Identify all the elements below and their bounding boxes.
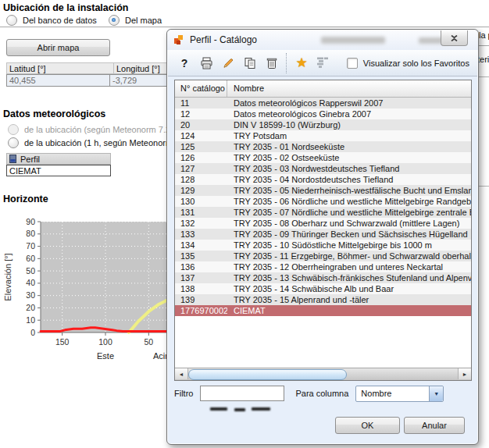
table-row[interactable]: 131TRY 2035 - 07 Nördliche und westliche…: [175, 207, 471, 218]
blurred-text: [321, 37, 385, 44]
list-view-button[interactable]: [314, 54, 334, 73]
profile-catalog-dialog: Perfil - Catálogo ? ★: [166, 29, 479, 445]
profile-header-bar: Perfil: [6, 153, 111, 165]
catalog-table: N° catálogo Nombre 11Datos meteorológico…: [174, 80, 472, 381]
cell-catalog-number: 1776970002: [175, 305, 227, 316]
favorites-filter[interactable]: Visualizar solo los Favoritos: [347, 58, 469, 69]
cell-name: TRY 2035 - 06 Nördliche und westliche Mi…: [227, 196, 471, 207]
column-header-name[interactable]: Nombre: [227, 80, 471, 97]
meteo-heading: Datos meteorológicos: [3, 108, 105, 119]
cell-catalog-number: 135: [175, 251, 227, 261]
table-row[interactable]: 129TRY 2035 - 05 Niederrheinisch-westfäl…: [175, 185, 471, 196]
radio-icon[interactable]: [109, 15, 120, 26]
table-row[interactable]: 130TRY 2035 - 06 Nördliche und westliche…: [175, 196, 471, 207]
cell-name: TRY 2035 - 01 Nordseeküste: [227, 141, 471, 152]
scroll-left-button[interactable]: ◄: [175, 368, 188, 379]
delete-button[interactable]: [262, 54, 281, 73]
cell-catalog-number: 129: [175, 185, 227, 196]
cell-catalog-number: 11: [175, 98, 227, 108]
close-button[interactable]: [441, 30, 468, 46]
table-row[interactable]: 136TRY 2035 - 12 Oberrheingraben und unt…: [175, 261, 471, 272]
cancel-button[interactable]: Anular: [404, 417, 465, 434]
cell-name: TRY 2035 - 12 Oberrheingraben und untere…: [227, 261, 471, 272]
edit-button[interactable]: [219, 54, 237, 73]
table-row[interactable]: 134TRY 2035 - 10 Südöstliche Mittelgebir…: [175, 240, 471, 251]
table-row[interactable]: 11Datos meteorológicos Rapperswil 2007: [175, 98, 471, 108]
cell-catalog-number: 132: [175, 218, 227, 229]
table-row[interactable]: 128TRY 2035 - 04 Nordostdeutsches Tiefla…: [175, 174, 471, 185]
favorites-checkbox[interactable]: [347, 58, 358, 69]
dialog-titlebar[interactable]: Perfil - Catálogo: [167, 30, 478, 50]
radio-from-database[interactable]: Del banco de datos: [6, 15, 97, 26]
table-row[interactable]: 20DIN V 18599-10 (Würzburg): [175, 119, 471, 130]
filter-input[interactable]: [200, 386, 284, 401]
radio-meteonorm-1h[interactable]: de la ubicación (1 h, según Meteonorm (: [8, 137, 172, 148]
horizontal-scrollbar[interactable]: ◄ ►: [175, 368, 471, 380]
copy-button[interactable]: [241, 54, 259, 73]
cell-name: TRY 2035 - 14 Schwäbische Alb und Baar: [227, 283, 471, 294]
radio-meteonorm: de la ubicación (según Meteonorm 7.2): [8, 124, 173, 135]
scrollbar-thumb[interactable]: [188, 369, 347, 380]
open-map-button[interactable]: Abrir mapa: [6, 39, 110, 56]
radio-from-map[interactable]: Del mapa: [109, 15, 162, 26]
cell-name: TRY 2035 - 10 Südöstliche Mittelgebirge …: [227, 240, 471, 251]
svg-text:0: 0: [30, 328, 35, 337]
help-icon: ?: [181, 57, 188, 69]
profile-mini-icon: [9, 155, 16, 163]
toolbar-separator: [286, 53, 287, 73]
radio-icon[interactable]: [8, 137, 19, 148]
print-button[interactable]: [197, 54, 216, 73]
cell-name: TRY 2035 - 13 Schwäbisch-fränkisches Stu…: [227, 272, 471, 283]
copy-icon: [244, 57, 256, 69]
latitude-header: Latitud [°]: [7, 63, 114, 73]
dialog-buttons: OK Anular: [167, 417, 478, 434]
latitude-value[interactable]: 40,455: [6, 74, 110, 87]
column-select[interactable]: Nombre ▼: [355, 386, 444, 402]
profile-header-label: Perfil: [20, 155, 40, 164]
favorites-button[interactable]: ★: [292, 54, 311, 73]
svg-text:60: 60: [26, 254, 35, 263]
catalog-table-header[interactable]: N° catálogo Nombre: [175, 80, 471, 98]
horizon-chart: 010203040506070809015010050Elevación [°]…: [0, 215, 187, 372]
for-column-label: Para columna: [295, 389, 348, 398]
profile-value-box[interactable]: CIEMAT: [6, 165, 111, 176]
table-row[interactable]: 12Datos meteorológicos Ginebra 2007: [175, 108, 471, 119]
cell-catalog-number: 128: [175, 174, 227, 185]
table-row[interactable]: 138TRY 2035 - 14 Schwäbische Alb und Baa…: [175, 283, 471, 294]
location-heading: Ubicación de la instalación: [3, 2, 128, 13]
svg-text:150: 150: [55, 337, 70, 347]
table-row[interactable]: 124TRY Potsdam: [175, 130, 471, 141]
radio-icon: [8, 124, 19, 135]
radio-icon[interactable]: [6, 15, 17, 26]
table-row[interactable]: 127TRY 2035 - 03 Nordwestdeutsches Tiefl…: [175, 163, 471, 174]
scroll-right-button[interactable]: ►: [458, 368, 471, 379]
dropdown-button[interactable]: ▼: [429, 386, 443, 401]
cell-name: TRY 2035 - 09 Thüringer Becken und Sächs…: [227, 229, 471, 240]
table-row[interactable]: 132TRY 2035 - 08 Oberharz und Schwarzwal…: [175, 218, 471, 229]
table-row[interactable]: 133TRY 2035 - 09 Thüringer Becken und Sä…: [175, 229, 471, 240]
section-divider: [0, 27, 489, 27]
ok-button[interactable]: OK: [335, 417, 400, 434]
cell-catalog-number: 125: [175, 141, 227, 152]
cell-name: TRY 2035 - 04 Nordostdeutsches Tiefland: [227, 174, 471, 185]
table-row[interactable]: 1776970002CIEMAT: [175, 305, 471, 316]
table-row[interactable]: 137TRY 2035 - 13 Schwäbisch-fränkisches …: [175, 272, 471, 283]
cell-catalog-number: 133: [175, 229, 227, 240]
table-row[interactable]: 139TRY 2035 - 15 Alpenrand und -täler: [175, 294, 471, 305]
table-row[interactable]: 126TRY 2035 - 02 Ostseeküste: [175, 152, 471, 163]
longitude-value[interactable]: -3,729: [110, 74, 169, 87]
coordinates-header-row: Latitud [°] Longitud [°]: [6, 62, 169, 74]
bg-text-fragment: la p: [479, 30, 489, 40]
cell-catalog-number: 131: [175, 207, 227, 218]
cell-catalog-number: 139: [175, 294, 227, 305]
cell-name: TRY 2035 - 08 Oberharz und Schwarzwald (…: [227, 218, 471, 229]
cell-name: TRY 2035 - 03 Nordwestdeutsches Tiefland: [227, 163, 471, 174]
table-row[interactable]: 135TRY 2035 - 11 Erzgebirge, Böhmer- und…: [175, 251, 471, 261]
blurred-text: [210, 407, 227, 411]
column-header-catalog-number[interactable]: N° catálogo: [175, 80, 227, 97]
print-icon: [200, 57, 213, 69]
help-button[interactable]: ?: [175, 54, 194, 73]
trash-icon: [266, 57, 277, 69]
cell-name: TRY 2035 - 05 Niederrheinisch-westfälisc…: [227, 185, 471, 196]
table-row[interactable]: 125TRY 2035 - 01 Nordseeküste: [175, 141, 471, 152]
